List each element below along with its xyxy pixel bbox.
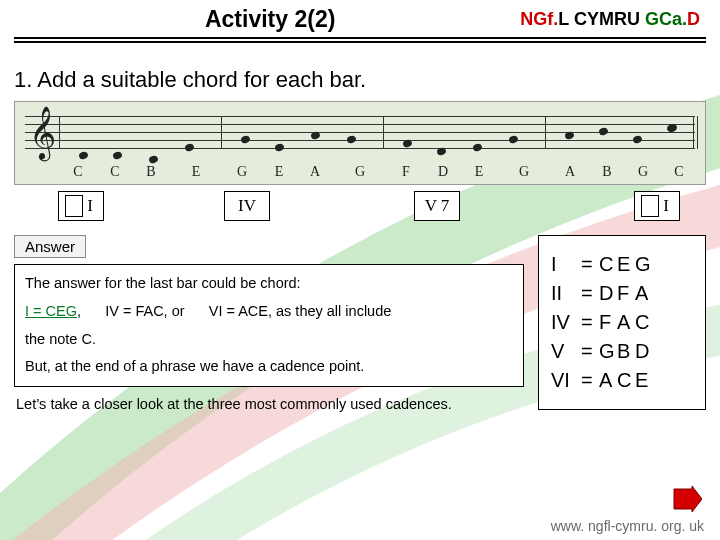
- chord-slot-2[interactable]: IV: [224, 191, 270, 221]
- chord-slot-1[interactable]: I: [58, 191, 104, 221]
- page-title: Activity 2(2): [20, 6, 520, 33]
- music-staff: 𝄞: [14, 101, 706, 185]
- header: Activity 2(2) NGf.L CYMRU GCa.D: [0, 0, 720, 37]
- chord-slot-4[interactable]: I: [634, 191, 680, 221]
- question-text: 1. Add a suitable chord for each bar.: [0, 43, 720, 101]
- key-row: VI=ACE: [551, 366, 693, 395]
- key-row: I=CEG: [551, 250, 693, 279]
- key-row: II=DFA: [551, 279, 693, 308]
- chord-key-box: I=CEG II=DFA IV=FAC V=GBD VI=ACE: [538, 235, 706, 410]
- answer-ceg: I = CEG: [25, 303, 77, 319]
- answer-button[interactable]: Answer: [14, 235, 86, 258]
- chord-answer-row: I IV V 7 I: [14, 191, 706, 227]
- key-row: IV=FAC: [551, 308, 693, 337]
- key-row: V=GBD: [551, 337, 693, 366]
- brand-logo: NGf.L CYMRU GCa.D: [520, 9, 700, 30]
- treble-clef-icon: 𝄞: [29, 106, 56, 160]
- note-letter-row: C C B E G E A G F D E G A B G C: [15, 164, 705, 184]
- svg-marker-0: [674, 486, 702, 512]
- next-arrow-icon[interactable]: [672, 486, 702, 512]
- footer-url: www. ngfl-cymru. org. uk: [551, 518, 704, 534]
- closer-text: Let’s take a closer look at the three mo…: [14, 387, 524, 415]
- chord-slot-3[interactable]: V 7: [414, 191, 460, 221]
- answer-explanation: The answer for the last bar could be cho…: [14, 264, 524, 387]
